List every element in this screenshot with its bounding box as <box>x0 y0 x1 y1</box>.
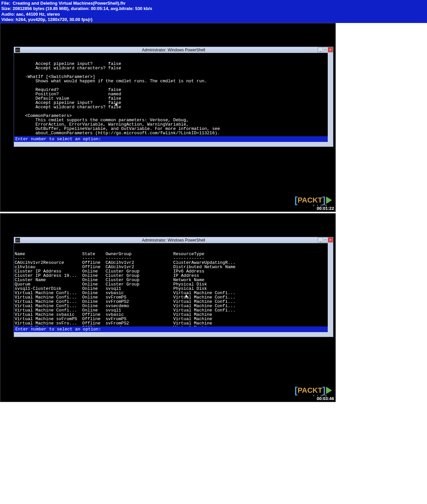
media-info-header: File: Creating and Deleting Virtual Mach… <box>0 0 427 23</box>
console-prompt-2[interactable]: Enter number to select an option: <box>14 326 333 332</box>
scroll-up-arrow[interactable]: ▴ <box>328 53 333 58</box>
console-text-1: Accept pipeline input? false Accept wild… <box>15 62 327 136</box>
file-name: Creating and Deleting Virtual Machines(P… <box>13 1 126 6</box>
size-line: Size: 20812856 bytes (19.85 MiB), durati… <box>1 6 426 11</box>
file-label: File: <box>1 1 10 6</box>
ps-icon: C:\ <box>15 48 20 52</box>
console-prompt-1[interactable]: Enter number to select an option: <box>14 136 333 142</box>
video-frame-1: C:\ Administrator: Windows PowerShell _ … <box>0 23 336 212</box>
cluster-resource-table: Name State OwnerGroup ResourceType ---- … <box>15 248 327 326</box>
console-output-1[interactable]: Accept pipeline input? false Accept wild… <box>14 53 333 136</box>
video-line: Video: h264, yuv420p, 1280x720, 30.00 fp… <box>1 17 426 22</box>
titlebar-2[interactable]: C:\ Administrator: Windows PowerShell _ … <box>14 237 333 243</box>
minimize-button[interactable]: _ <box>318 47 323 52</box>
play-icon <box>326 387 332 394</box>
powershell-window-1: C:\ Administrator: Windows PowerShell _ … <box>14 47 333 147</box>
window-title-1: Administrator: Windows PowerShell <box>142 48 205 52</box>
bottom-scrollbar-1[interactable] <box>14 142 333 147</box>
scroll-down-arrow[interactable]: ▾ <box>328 131 333 136</box>
minimize-button[interactable]: _ <box>318 237 323 243</box>
scroll-up-arrow[interactable]: ▴ <box>328 243 333 248</box>
close-button[interactable]: × <box>328 237 333 243</box>
audio-line: Audio: aac, 44100 Hz, stereo <box>1 12 426 17</box>
powershell-window-2: C:\ Administrator: Windows PowerShell _ … <box>14 237 333 337</box>
ps-icon: C:\ <box>15 238 20 243</box>
video-frame-2: C:\ Administrator: Windows PowerShell _ … <box>0 213 336 402</box>
console-output-2[interactable]: Name State OwnerGroup ResourceType ---- … <box>14 243 333 326</box>
maximize-button[interactable]: □ <box>323 47 328 52</box>
bottom-scrollbar-2[interactable] <box>14 332 333 337</box>
timestamp-1: 00:01:22 <box>317 206 334 211</box>
scroll-down-arrow[interactable]: ▾ <box>328 321 333 326</box>
play-icon <box>326 197 332 204</box>
maximize-button[interactable]: □ <box>323 237 328 243</box>
close-button[interactable]: × <box>328 47 333 52</box>
titlebar-1[interactable]: C:\ Administrator: Windows PowerShell _ … <box>14 47 333 53</box>
window-title-2: Administrator: Windows PowerShell <box>142 238 205 243</box>
timestamp-2: 00:03:46 <box>317 396 334 401</box>
blank-area <box>0 403 427 504</box>
